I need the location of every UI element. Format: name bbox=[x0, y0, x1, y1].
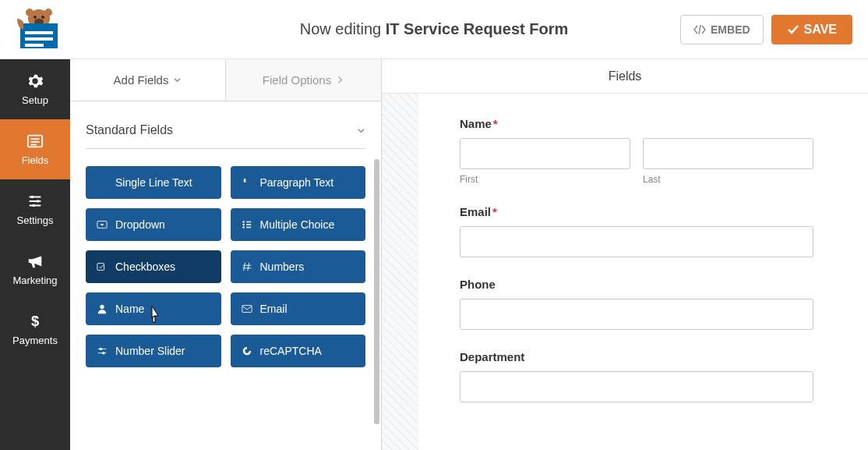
field-single-line-text[interactable]: Single Line Text bbox=[86, 166, 221, 199]
svg-rect-6 bbox=[25, 31, 53, 34]
svg-rect-21 bbox=[97, 264, 104, 271]
checkmark-icon bbox=[787, 24, 799, 35]
field-dropdown[interactable]: Dropdown bbox=[86, 208, 221, 241]
svg-point-3 bbox=[34, 16, 37, 19]
svg-point-19 bbox=[242, 224, 245, 226]
form-field-email[interactable]: Email* bbox=[460, 205, 813, 257]
panel-scrollbar[interactable] bbox=[374, 159, 379, 424]
svg-point-20 bbox=[242, 226, 245, 229]
phone-input[interactable] bbox=[460, 299, 813, 330]
field-numbers[interactable]: Numbers bbox=[231, 250, 366, 283]
svg-point-2 bbox=[44, 9, 52, 16]
save-button[interactable]: SAVE bbox=[771, 15, 852, 44]
code-icon bbox=[693, 24, 706, 35]
field-checkboxes[interactable]: Checkboxes bbox=[86, 250, 221, 283]
chevron-right-icon bbox=[336, 76, 344, 84]
app-logo[interactable] bbox=[16, 8, 62, 51]
list-icon bbox=[242, 219, 252, 230]
form-field-phone[interactable]: Phone bbox=[460, 278, 813, 330]
form-preview-canvas: Fields Name* First Last Email* bbox=[382, 59, 868, 450]
svg-point-22 bbox=[100, 305, 104, 309]
first-sublabel: First bbox=[460, 174, 630, 185]
svg-rect-7 bbox=[25, 37, 53, 41]
svg-point-24 bbox=[100, 348, 103, 351]
field-email[interactable]: Email bbox=[231, 292, 366, 325]
phone-label: Phone bbox=[460, 278, 813, 291]
user-icon bbox=[97, 303, 108, 314]
dollar-icon: $ bbox=[26, 313, 44, 330]
svg-text:$: $ bbox=[31, 313, 39, 329]
page-title: Now editing IT Service Request Form bbox=[300, 20, 569, 38]
tab-add-fields[interactable]: Add Fields bbox=[70, 59, 225, 101]
chevron-down-icon bbox=[173, 76, 182, 84]
first-name-input[interactable] bbox=[460, 138, 630, 169]
section-standard-fields[interactable]: Standard Fields bbox=[86, 117, 365, 149]
dropdown-icon bbox=[97, 219, 108, 230]
svg-point-25 bbox=[102, 352, 105, 355]
tab-field-options[interactable]: Field Options bbox=[225, 59, 381, 101]
field-multiple-choice[interactable]: Multiple Choice bbox=[231, 208, 366, 241]
nav-marketing[interactable]: Marketing bbox=[0, 239, 70, 299]
last-sublabel: Last bbox=[643, 174, 813, 185]
field-number-slider[interactable]: Number Slider bbox=[86, 335, 221, 367]
field-paragraph-text[interactable]: Paragraph Text bbox=[231, 166, 366, 199]
chevron-down-icon bbox=[357, 126, 365, 135]
nav-setup[interactable]: Setup bbox=[0, 59, 70, 119]
megaphone-icon bbox=[26, 253, 44, 270]
nav-settings[interactable]: Settings bbox=[0, 179, 70, 239]
department-input[interactable] bbox=[460, 371, 813, 402]
slider-icon bbox=[97, 345, 108, 356]
svg-point-4 bbox=[41, 16, 44, 19]
nav-fields[interactable]: Fields bbox=[0, 119, 70, 179]
text-cursor-icon bbox=[97, 177, 108, 188]
svg-point-14 bbox=[37, 200, 40, 203]
gear-icon bbox=[26, 73, 44, 90]
sliders-icon bbox=[26, 193, 44, 210]
hash-icon bbox=[242, 261, 252, 272]
list-icon bbox=[26, 133, 44, 150]
nav-payments[interactable]: $ Payments bbox=[0, 299, 70, 360]
fields-panel: Add Fields Field Options Standard Fields… bbox=[70, 59, 382, 450]
svg-point-1 bbox=[26, 9, 34, 16]
field-name[interactable]: Name bbox=[86, 292, 221, 325]
svg-rect-8 bbox=[25, 44, 44, 47]
left-nav: Setup Fields Settings Marketing $ Paymen… bbox=[0, 59, 70, 450]
name-label: Name* bbox=[460, 117, 813, 130]
embed-button[interactable]: EMBED bbox=[680, 15, 764, 44]
envelope-icon bbox=[242, 303, 252, 314]
field-recaptcha[interactable]: reCAPTCHA bbox=[231, 335, 366, 367]
svg-point-15 bbox=[32, 204, 35, 207]
department-label: Department bbox=[460, 350, 813, 363]
last-name-input[interactable] bbox=[643, 138, 813, 169]
svg-point-13 bbox=[31, 196, 34, 199]
recaptcha-icon bbox=[242, 345, 252, 356]
checkbox-icon bbox=[97, 261, 108, 272]
email-label: Email* bbox=[460, 205, 813, 218]
email-input[interactable] bbox=[460, 226, 813, 257]
canvas-header: Fields bbox=[382, 59, 868, 94]
svg-rect-23 bbox=[242, 306, 251, 313]
svg-point-18 bbox=[242, 221, 245, 223]
paragraph-icon bbox=[242, 177, 252, 188]
form-field-name[interactable]: Name* First Last bbox=[460, 117, 813, 185]
form-field-department[interactable]: Department bbox=[460, 350, 813, 402]
